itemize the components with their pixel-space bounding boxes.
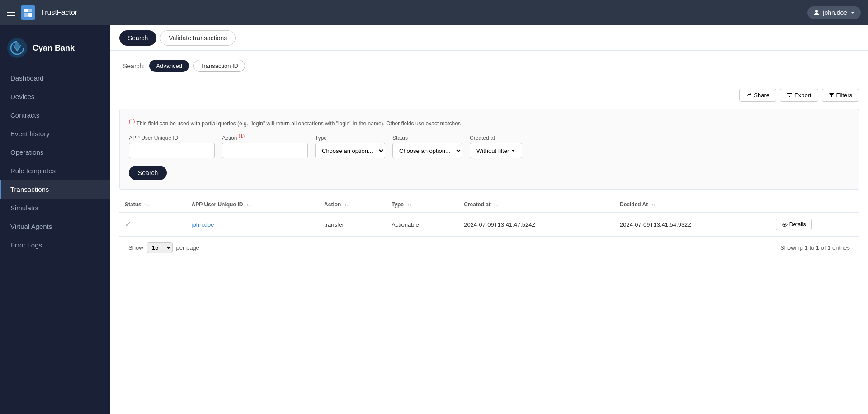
virtual-agents-label: Virtual Agents xyxy=(10,223,52,230)
search-label: Search: xyxy=(123,62,145,70)
col-type: Type ↑↓ xyxy=(386,197,458,213)
transactions-table: Status ↑↓ APP User Unique ID ↑↓ Action ↑… xyxy=(119,197,859,236)
app-user-uid-label: APP User Unique ID xyxy=(129,135,215,141)
sort-icon-uid[interactable]: ↑↓ xyxy=(246,202,251,207)
cell-status: ✓ xyxy=(119,213,186,236)
svg-rect-2 xyxy=(24,13,28,17)
sort-icon-status[interactable]: ↑↓ xyxy=(145,202,149,207)
filter-note: (1) This field can be used with partial … xyxy=(129,119,849,127)
col-action: Action ↑↓ xyxy=(319,197,386,213)
sort-icon-type[interactable]: ↑↓ xyxy=(407,202,411,207)
sort-icon-action[interactable]: ↑↓ xyxy=(344,202,349,207)
svg-rect-3 xyxy=(28,13,32,17)
created-at-label: Created at xyxy=(470,135,522,141)
sidebar-item-operations[interactable]: Operations xyxy=(0,143,110,162)
status-field: Status Choose an option... xyxy=(392,135,462,158)
sort-icon-created[interactable]: ↑↓ xyxy=(494,202,498,207)
sidebar-item-devices[interactable]: Devices xyxy=(0,87,110,106)
share-icon xyxy=(746,92,752,98)
uid-link[interactable]: john.doe xyxy=(192,221,214,228)
app-user-uid-field: APP User Unique ID xyxy=(129,135,215,158)
details-button[interactable]: Details xyxy=(776,219,812,230)
cell-decided-at: 2024-07-09T13:41:54.932Z xyxy=(614,213,770,236)
rule-templates-label: Rule templates xyxy=(10,167,56,175)
share-button[interactable]: Share xyxy=(739,89,776,102)
type-label: Type xyxy=(315,135,385,141)
filter-form: (1) This field can be used with partial … xyxy=(119,109,859,190)
error-logs-label: Error Logs xyxy=(10,241,42,249)
hamburger-menu[interactable] xyxy=(7,10,15,16)
status-label: Status xyxy=(392,135,462,141)
dashboard-label: Dashboard xyxy=(10,74,43,82)
user-name: john.doe xyxy=(823,9,847,16)
app-logo xyxy=(21,5,35,20)
table-row: ✓ john.doe transfer Actionable 2024-07-0… xyxy=(119,213,859,236)
simulator-label: Simulator xyxy=(10,204,39,212)
tab-search[interactable]: Search xyxy=(119,30,156,46)
search-type-area: Search: Advanced Transaction ID xyxy=(110,51,868,81)
app-name: TrustFactor xyxy=(41,9,77,17)
sidebar-item-dashboard[interactable]: Dashboard xyxy=(0,69,110,87)
transactions-label: Transactions xyxy=(10,186,49,193)
contracts-label: Contracts xyxy=(10,111,39,119)
export-icon xyxy=(787,92,793,98)
filters-button[interactable]: Filters xyxy=(822,89,859,102)
sidebar-item-virtual-agents[interactable]: Virtual Agents xyxy=(0,217,110,236)
col-actions xyxy=(770,197,859,213)
sidebar-item-contracts[interactable]: Contracts xyxy=(0,106,110,124)
search-submit-button[interactable]: Search xyxy=(129,166,167,180)
cell-uid: john.doe xyxy=(186,213,319,236)
app-user-uid-input[interactable] xyxy=(129,143,215,158)
user-menu-button[interactable]: john.doe xyxy=(807,6,861,19)
svg-rect-1 xyxy=(28,9,32,12)
sidebar-item-rule-templates[interactable]: Rule templates xyxy=(0,162,110,180)
svg-rect-6 xyxy=(787,93,792,94)
table-body: ✓ john.doe transfer Actionable 2024-07-0… xyxy=(119,213,859,236)
dropdown-icon xyxy=(511,148,515,153)
table-header: Status ↑↓ APP User Unique ID ↑↓ Action ↑… xyxy=(119,197,859,213)
sidebar: Cyan Bank Dashboard Devices Contracts Ev… xyxy=(0,25,110,414)
cell-type: Actionable xyxy=(386,213,458,236)
svg-rect-0 xyxy=(24,9,28,12)
without-filter-button[interactable]: Without filter xyxy=(470,143,522,158)
content-area: Search Validate transactions Search: Adv… xyxy=(110,25,868,414)
cell-detail-action: Details xyxy=(770,213,859,236)
action-label: Action (1) xyxy=(222,133,308,141)
created-at-field: Created at Without filter xyxy=(470,135,522,158)
pagination-bar: Show 15 25 50 100 per page Showing 1 to … xyxy=(119,236,859,259)
sort-icon-decided[interactable]: ↑↓ xyxy=(651,202,656,207)
sidebar-item-event-history[interactable]: Event history xyxy=(0,124,110,143)
col-created-at: Created at ↑↓ xyxy=(458,197,614,213)
event-history-label: Event history xyxy=(10,130,50,138)
cell-created-at: 2024-07-09T13:41:47.524Z xyxy=(458,213,614,236)
filter-fields: APP User Unique ID Action (1) Type Ch xyxy=(129,133,849,158)
svg-point-4 xyxy=(815,10,818,13)
sidebar-item-transactions[interactable]: Transactions xyxy=(0,180,110,199)
sidebar-item-simulator[interactable]: Simulator xyxy=(0,199,110,217)
sidebar-brand: Cyan Bank xyxy=(0,33,110,69)
sidebar-item-error-logs[interactable]: Error Logs xyxy=(0,236,110,254)
cell-action: transfer xyxy=(319,213,386,236)
status-check-icon: ✓ xyxy=(125,220,132,229)
filter-transaction-id[interactable]: Transaction ID xyxy=(193,60,245,72)
per-page-label: per page xyxy=(176,244,199,251)
filter-advanced[interactable]: Advanced xyxy=(149,60,189,72)
filter-icon xyxy=(829,92,835,98)
svg-point-7 xyxy=(783,224,785,225)
show-label: Show xyxy=(128,244,143,251)
export-button[interactable]: Export xyxy=(780,89,818,102)
type-select[interactable]: Choose an option... xyxy=(315,143,385,158)
status-select[interactable]: Choose an option... xyxy=(392,143,462,158)
action-field: Action (1) xyxy=(222,133,308,158)
tab-validate[interactable]: Validate transactions xyxy=(160,30,236,46)
pagination-info: Showing 1 to 1 of 1 entries xyxy=(780,244,850,251)
topbar: TrustFactor john.doe xyxy=(0,0,868,25)
operations-label: Operations xyxy=(10,148,43,156)
filter-note-sup: (1) xyxy=(129,119,135,124)
table-area: Share Export Filters (1) This field can … xyxy=(110,81,868,266)
eye-icon xyxy=(782,222,788,228)
devices-label: Devices xyxy=(10,93,34,100)
type-field: Type Choose an option... xyxy=(315,135,385,158)
action-input[interactable] xyxy=(222,143,308,158)
page-size-select[interactable]: 15 25 50 100 xyxy=(147,242,173,253)
